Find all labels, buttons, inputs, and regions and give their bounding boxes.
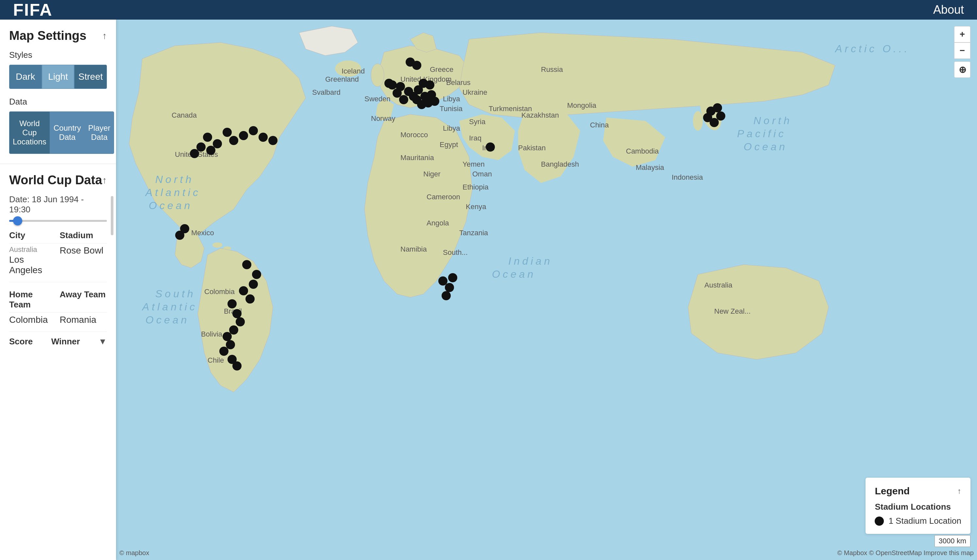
svg-point-94[interactable] (396, 82, 405, 91)
scale-bar: 3000 km (935, 535, 970, 547)
svg-point-117[interactable] (442, 291, 451, 300)
svg-text:North: North (155, 173, 194, 185)
svg-text:Belarus: Belarus (446, 78, 471, 87)
svg-point-107[interactable] (384, 79, 394, 88)
svg-text:Mongolia: Mongolia (567, 101, 596, 110)
legend-title: Legend (875, 485, 910, 497)
away-team-value-group: Romania (60, 315, 107, 325)
svg-point-71[interactable] (259, 133, 268, 142)
svg-text:Namibia: Namibia (401, 245, 427, 253)
svg-point-66[interactable] (213, 139, 222, 148)
svg-point-5 (693, 111, 703, 131)
svg-point-84[interactable] (232, 309, 242, 318)
svg-point-104[interactable] (430, 97, 439, 106)
style-dark-button[interactable]: Dark (9, 65, 42, 89)
svg-point-115[interactable] (438, 277, 448, 285)
svg-point-74[interactable] (206, 146, 215, 155)
svg-point-79[interactable] (252, 270, 261, 279)
compass-button[interactable]: ⊕ (954, 62, 970, 78)
svg-point-119[interactable] (486, 142, 495, 152)
zoom-out-button[interactable]: − (954, 42, 970, 59)
legend-collapse-icon[interactable]: ↑ (957, 487, 961, 496)
svg-point-68[interactable] (229, 136, 238, 145)
svg-point-89[interactable] (219, 347, 229, 356)
about-link[interactable]: About (933, 3, 964, 17)
data-player-button[interactable]: Player Data (85, 112, 114, 154)
svg-point-114[interactable] (713, 103, 722, 112)
zoom-in-button[interactable]: + (954, 26, 970, 42)
svg-text:Pacific: Pacific (737, 128, 786, 140)
svg-text:Malaysia: Malaysia (636, 163, 665, 172)
svg-point-88[interactable] (226, 340, 235, 349)
svg-text:Svalbard: Svalbard (312, 88, 341, 97)
away-team-value: Romania (60, 315, 107, 325)
stadium-value-group: Rose Bowl (60, 245, 107, 275)
team-row: Colombia Romania (9, 313, 107, 327)
city-value: Los Angeles (9, 255, 57, 275)
svg-point-85[interactable] (235, 317, 245, 327)
svg-text:Oman: Oman (472, 170, 492, 178)
wc-data-title: World Cup Data (9, 173, 102, 187)
app-header: FIFA About (0, 0, 977, 20)
score-expand-icon[interactable]: ▼ (99, 337, 107, 347)
svg-text:Atlantic: Atlantic (142, 301, 197, 313)
slider-track (9, 220, 107, 222)
svg-point-106[interactable] (425, 80, 434, 90)
svg-point-109[interactable] (412, 61, 421, 70)
svg-text:Angola: Angola (427, 219, 449, 227)
data-button-group: World Cup Locations Country Data Player … (9, 112, 107, 154)
wc-data-collapse[interactable]: ↑ (102, 175, 107, 186)
svg-point-80[interactable] (249, 280, 258, 289)
svg-point-3 (371, 64, 384, 87)
svg-point-73[interactable] (197, 142, 205, 152)
svg-point-72[interactable] (268, 136, 277, 145)
svg-point-77[interactable] (175, 231, 184, 240)
svg-text:New Zeal...: New Zeal... (714, 307, 750, 315)
svg-point-111[interactable] (710, 118, 719, 127)
data-worldcup-button[interactable]: World Cup Locations (9, 112, 50, 154)
svg-point-67[interactable] (222, 128, 232, 137)
stadium-column-header: Stadium (60, 230, 107, 240)
svg-point-116[interactable] (445, 283, 454, 292)
date-slider[interactable] (9, 220, 107, 222)
mapbox-logo: © mapbox (119, 549, 149, 557)
stadium-dot[interactable] (203, 133, 212, 142)
svg-point-112[interactable] (716, 112, 725, 120)
svg-point-95[interactable] (399, 95, 408, 104)
data-country-button[interactable]: Country Data (50, 112, 85, 154)
legend-box: Legend ↑ Stadium Locations 1 Stadium Loc… (865, 478, 970, 534)
svg-text:Yemen: Yemen (463, 160, 485, 168)
style-light-button[interactable]: Light (42, 65, 75, 89)
svg-point-86[interactable] (229, 325, 238, 335)
svg-text:Tanzania: Tanzania (459, 229, 488, 237)
data-section: Data World Cup Locations Country Data Pl… (9, 97, 107, 154)
slider-thumb[interactable] (13, 216, 22, 225)
svg-text:Niger: Niger (423, 170, 441, 178)
wc-date: Date: 18 Jun 1994 - 19:30 (9, 194, 107, 215)
style-street-button[interactable]: Street (74, 65, 107, 89)
svg-point-70[interactable] (249, 126, 258, 135)
svg-text:Libya: Libya (443, 95, 460, 103)
svg-point-69[interactable] (239, 131, 248, 140)
scroll-handle[interactable] (111, 196, 114, 235)
svg-text:South...: South... (443, 248, 468, 257)
svg-point-81[interactable] (239, 286, 248, 295)
svg-text:South: South (155, 288, 196, 300)
svg-point-78[interactable] (242, 260, 251, 269)
map-container[interactable]: Canada United States Mexico Brazil Colom… (116, 20, 977, 560)
legend-header: Legend ↑ (875, 485, 961, 497)
stadium-value: Rose Bowl (60, 245, 107, 256)
wc-data-header: World Cup Data ↑ (9, 173, 107, 187)
data-label: Data (9, 97, 107, 107)
svg-point-87[interactable] (222, 332, 232, 341)
svg-point-118[interactable] (448, 273, 457, 282)
map-settings-collapse[interactable]: ↑ (102, 31, 107, 41)
svg-point-91[interactable] (232, 362, 242, 370)
map-attribution: © Mapbox © OpenStreetMap Improve this ma… (837, 549, 974, 557)
svg-point-82[interactable] (246, 294, 255, 303)
svg-text:Iceland: Iceland (342, 67, 365, 75)
svg-text:Ocean: Ocean (492, 268, 536, 280)
svg-text:Kenya: Kenya (466, 203, 486, 211)
svg-point-75[interactable] (190, 149, 199, 158)
svg-point-83[interactable] (227, 299, 237, 308)
